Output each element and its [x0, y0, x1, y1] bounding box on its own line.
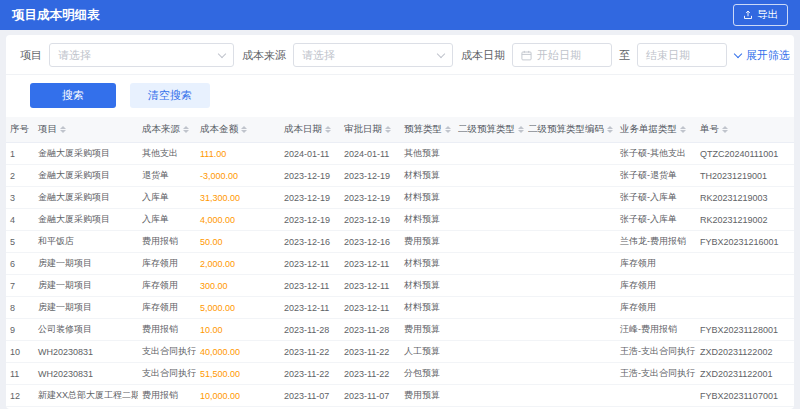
date-end-input[interactable]: 结束日期: [637, 43, 727, 67]
column-header[interactable]: 单号: [696, 117, 794, 143]
table-cell: 2023-12-11: [280, 297, 340, 319]
table-cell: 4: [6, 209, 34, 231]
table-cell: 2,000.00: [196, 253, 280, 275]
sort-icon[interactable]: [607, 126, 613, 134]
table-cell: 汪峰-费用报销: [616, 319, 696, 341]
table-cell: [524, 143, 616, 165]
column-header[interactable]: 项目: [34, 117, 138, 143]
table-row[interactable]: 5和平饭店费用报销50.002023-12-162023-12-16费用预算兰伟…: [6, 231, 794, 253]
table-cell: 材料预算: [400, 209, 454, 231]
expand-filters-toggle[interactable]: 展开筛选: [735, 48, 790, 63]
sort-icon[interactable]: [183, 126, 189, 134]
table-cell: 2023-12-19: [340, 165, 400, 187]
table-cell: 金融大厦采购项目: [34, 187, 138, 209]
table-cell: 2023-12-19: [340, 209, 400, 231]
table-cell: 10.00: [196, 319, 280, 341]
table-cell: 2023-12-16: [340, 231, 400, 253]
table-cell: [524, 363, 616, 385]
table-row[interactable]: 2金融大厦采购项目退货单-3,000.002023-12-192023-12-1…: [6, 165, 794, 187]
table-cell: 2023-12-19: [280, 187, 340, 209]
table-cell: 2023-11-22: [340, 341, 400, 363]
table-row[interactable]: 9公司装修项目费用报销10.002023-11-282023-11-28费用预算…: [6, 319, 794, 341]
table-cell: 3: [6, 187, 34, 209]
date-start-placeholder: 开始日期: [537, 48, 581, 63]
table-cell: 2023-12-11: [280, 275, 340, 297]
table-cell: 张子硕-入库单: [616, 187, 696, 209]
table-cell: 11: [6, 363, 34, 385]
table-cell: 2023-12-19: [280, 209, 340, 231]
search-button[interactable]: 搜索: [30, 83, 116, 108]
table-cell: 12: [6, 385, 34, 407]
sort-icon[interactable]: [445, 126, 451, 134]
cost-source-select[interactable]: 请选择: [293, 43, 453, 67]
table-cell: 房建一期项目: [34, 253, 138, 275]
export-icon: [743, 10, 753, 20]
column-header[interactable]: 二级预算类型: [454, 117, 524, 143]
column-header[interactable]: 成本来源: [138, 117, 196, 143]
sort-icon[interactable]: [241, 126, 247, 134]
table-cell: [524, 297, 616, 319]
table-cell: 300.00: [196, 275, 280, 297]
table-cell: 张子硕-退货单: [616, 165, 696, 187]
table-cell: [524, 385, 616, 407]
table-cell: 库存领用: [616, 297, 696, 319]
filter-cost-date: 成本日期 开始日期 至 结束日期: [461, 43, 727, 67]
table-row[interactable]: 11WH20230831支出合同执行51,500.002023-11-22202…: [6, 363, 794, 385]
table-cell: 材料预算: [400, 275, 454, 297]
table-cell: [454, 143, 524, 165]
table-row[interactable]: 12新建XX总部大厦工程二期费用报销10,000.002023-11-07202…: [6, 385, 794, 407]
filter-bar: 项目 请选择 成本来源 请选择 成本日期 开始日期: [6, 35, 794, 75]
column-header[interactable]: 审批日期: [340, 117, 400, 143]
table-row[interactable]: 10WH20230831支出合同执行40,000.002023-11-22202…: [6, 341, 794, 363]
table-body: 1金融大厦采购项目其他支出111.002024-01-112024-01-11其…: [6, 143, 794, 409]
date-start-input[interactable]: 开始日期: [512, 43, 612, 67]
table-cell: [696, 253, 794, 275]
column-header[interactable]: 成本金额: [196, 117, 280, 143]
table-cell: [696, 297, 794, 319]
cost-table: 序号项目成本来源成本金额成本日期审批日期预算类型二级预算类型二级预算类型编码业务…: [6, 117, 794, 409]
column-header[interactable]: 二级预算类型编码: [524, 117, 616, 143]
table-cell: 费用预算: [400, 385, 454, 407]
sort-icon[interactable]: [60, 126, 66, 134]
table-cell: -3,000.00: [196, 165, 280, 187]
table-row[interactable]: 7房建一期项目库存领用300.002023-12-112023-12-11材料预…: [6, 275, 794, 297]
table-row[interactable]: 6房建一期项目库存领用2,000.002023-12-112023-12-11材…: [6, 253, 794, 275]
table-cell: 2024-01-11: [340, 143, 400, 165]
sort-icon[interactable]: [518, 126, 524, 134]
export-button[interactable]: 导出: [733, 4, 788, 26]
table-cell: WH20230831: [34, 341, 138, 363]
sort-icon[interactable]: [722, 126, 728, 134]
table-cell: 2023-12-11: [280, 253, 340, 275]
project-select[interactable]: 请选择: [49, 43, 234, 67]
table-cell: 6: [6, 253, 34, 275]
sort-icon[interactable]: [325, 126, 331, 134]
table-cell: [454, 253, 524, 275]
table-cell: 支出合同执行: [138, 341, 196, 363]
clear-search-button[interactable]: 清空搜索: [130, 83, 210, 108]
table-cell: [454, 385, 524, 407]
table-row[interactable]: 8房建一期项目库存领用5,000.002023-12-112023-12-11材…: [6, 297, 794, 319]
table-cell: 2023-11-07: [280, 385, 340, 407]
column-header[interactable]: 成本日期: [280, 117, 340, 143]
date-end-placeholder: 结束日期: [646, 48, 690, 63]
main-card: 项目 请选择 成本来源 请选择 成本日期 开始日期: [6, 35, 794, 409]
table-row[interactable]: 3金融大厦采购项目入库单31,300.002023-12-192023-12-1…: [6, 187, 794, 209]
table-row[interactable]: 1金融大厦采购项目其他支出111.002024-01-112024-01-11其…: [6, 143, 794, 165]
table-cell: 入库单: [138, 209, 196, 231]
table-cell: [454, 187, 524, 209]
column-header[interactable]: 业务单据类型: [616, 117, 696, 143]
column-header[interactable]: 预算类型: [400, 117, 454, 143]
table-cell: 2023-12-11: [340, 275, 400, 297]
table-cell: 2023-12-19: [340, 187, 400, 209]
table-cell: 房建一期项目: [34, 297, 138, 319]
table-cell: 费用预算: [400, 231, 454, 253]
table-cell: FYBX20231107001: [696, 385, 794, 407]
table-cell: 退货单: [138, 165, 196, 187]
sort-icon[interactable]: [680, 126, 686, 134]
project-filter-label: 项目: [20, 48, 42, 63]
table-row[interactable]: 4金融大厦采购项目入库单4,000.002023-12-192023-12-19…: [6, 209, 794, 231]
sort-icon[interactable]: [385, 126, 391, 134]
table-cell: 材料预算: [400, 187, 454, 209]
table-cell: 支出合同执行: [138, 363, 196, 385]
table-cell: WH20230831: [34, 363, 138, 385]
